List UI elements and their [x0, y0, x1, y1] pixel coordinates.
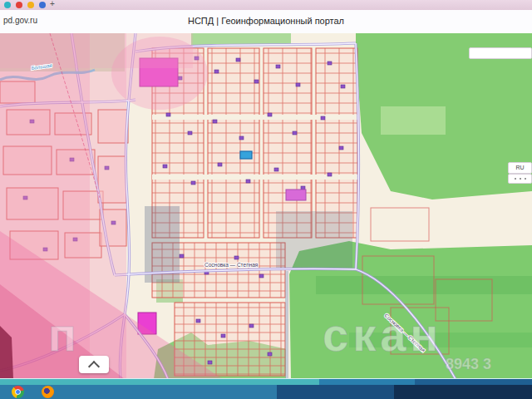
watermark-number: 8943 3 — [446, 356, 491, 372]
map-canvas[interactable]: Сосновка — Степная Сосновка — Степная Бо… — [0, 33, 532, 379]
tab-favicon-teal-icon[interactable] — [4, 2, 11, 8]
tab-favicon-yellow-icon[interactable] — [27, 2, 34, 8]
watermark-right: скан — [323, 308, 442, 361]
search-panel-fragment[interactable] — [469, 47, 532, 59]
ru-layout-badge[interactable]: RU — [508, 162, 532, 174]
watermark-left: п — [48, 308, 76, 361]
browser-address-bar[interactable]: pd.gov.ru НСПД | Геоинформационный порта… — [0, 10, 532, 34]
desktop-screen: + pd.gov.ru НСПД | Геоинформационный пор… — [0, 0, 532, 399]
more-options-badge[interactable] — [508, 174, 532, 184]
tab-favicon-blue-icon[interactable] — [39, 2, 46, 8]
selected-parcel[interactable] — [240, 151, 252, 159]
tab-favicon-red-icon[interactable] — [16, 2, 22, 8]
collapse-panel-button[interactable] — [79, 356, 109, 373]
street-label-horizontal: Сосновка — Степная — [204, 262, 259, 268]
chevron-up-icon — [88, 360, 100, 372]
dots-icon — [515, 178, 526, 180]
firefox-icon[interactable] — [42, 386, 54, 398]
page-title: НСПД | Геоинформационный портал — [0, 16, 532, 26]
new-tab-button[interactable]: + — [50, 0, 55, 9]
chrome-icon[interactable] — [12, 386, 24, 398]
taskbar[interactable] — [0, 385, 532, 399]
